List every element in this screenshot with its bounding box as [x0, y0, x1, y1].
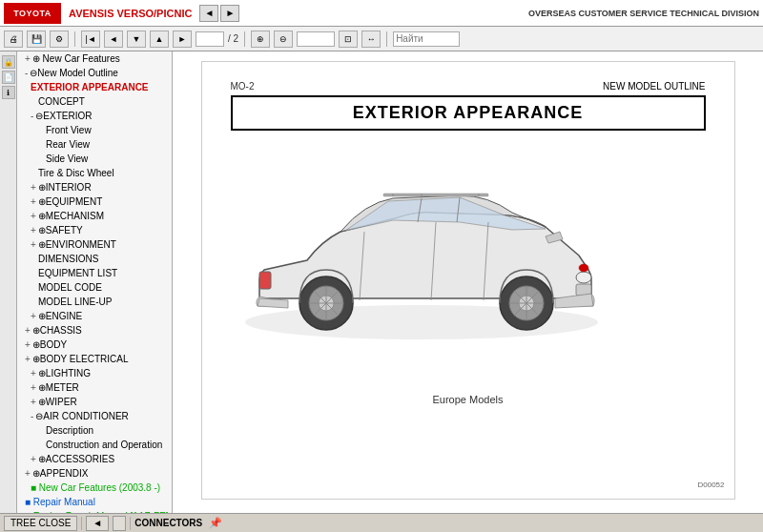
- doc-number: D00052: [697, 481, 724, 489]
- sidebar-item-body-electrical[interactable]: ⊕BODY ELECTRICAL: [17, 352, 172, 366]
- europe-models-label: Europe Models: [231, 394, 706, 405]
- sidebar-item-meter[interactable]: ⊕METER: [17, 380, 172, 395]
- sidebar: ⊕ New Car Features ⊖New Model Outline EX…: [17, 51, 173, 513]
- sidebar-item-construction[interactable]: Construction and Operation: [17, 438, 172, 452]
- search-input[interactable]: [393, 31, 460, 47]
- sidebar-item-model-code[interactable]: MODEL CODE: [17, 280, 172, 295]
- sidebar-item-engine-repair-1az[interactable]: ■ Engine Repair Manual [1AZ-FE]: [17, 509, 172, 513]
- sidebar-item-accessories[interactable]: ⊕ACCESSORIES: [17, 452, 172, 466]
- sidebar-item-tire[interactable]: Tire & Disc Wheel: [17, 166, 172, 180]
- svg-rect-5: [259, 272, 271, 289]
- next-page-button[interactable]: ►: [173, 31, 192, 48]
- back-button[interactable]: ◄: [86, 516, 109, 531]
- doc-section: NEW MODEL OUTLINE: [603, 81, 705, 92]
- sidebar-item-new-model-outline[interactable]: ⊖New Model Outline: [17, 66, 172, 80]
- sidebar-item-dimensions[interactable]: DIMENSIONS: [17, 252, 172, 266]
- sidebar-item-repair-manual[interactable]: ■ Repair Manual: [17, 495, 172, 509]
- svg-point-28: [579, 264, 588, 272]
- left-panel-icons: 🔒 📄 ℹ: [0, 51, 17, 513]
- sidebar-item-mechanism[interactable]: ⊕MECHANISM: [17, 209, 172, 223]
- back-icon: ◄: [93, 518, 102, 528]
- sidebar-item-environment[interactable]: ⊕ENVIRONMENT: [17, 237, 172, 252]
- car-illustration: [231, 146, 612, 384]
- bottom-bar: TREE CLOSE ◄ CONNECTORS 📌: [0, 513, 763, 532]
- reset-button[interactable]: [113, 516, 126, 531]
- zoom-in-button[interactable]: ⊕: [251, 31, 270, 48]
- zoom-out-button[interactable]: ⊖: [274, 31, 293, 48]
- sidebar-item-model-lineup[interactable]: MODEL LINE-UP: [17, 295, 172, 309]
- sidebar-item-front-view[interactable]: Front View: [17, 123, 172, 137]
- page-up-button[interactable]: ▲: [150, 31, 169, 48]
- print-button[interactable]: 🖨: [4, 31, 23, 48]
- content-area: MO-2 NEW MODEL OUTLINE EXTERIOR APPEARAN…: [173, 51, 763, 513]
- sidebar-item-description[interactable]: Description: [17, 423, 172, 438]
- info-icon[interactable]: ℹ: [2, 86, 15, 99]
- sidebar-item-new-car-features-2003[interactable]: ■ New Car Features (2003.8 -): [17, 481, 172, 495]
- options-button[interactable]: ⚙: [50, 31, 69, 48]
- first-page-button[interactable]: |◄: [81, 31, 100, 48]
- toolbar: 🖨 💾 ⚙ |◄ ◄ ▼ ▲ ► 1 / 2 ⊕ ⊖ 67,4% ⊡ ↔: [0, 27, 763, 51]
- sidebar-item-appendix[interactable]: ⊕APPENDIX: [17, 466, 172, 481]
- tree-close-button[interactable]: TREE CLOSE: [4, 516, 77, 531]
- sidebar-item-side-view[interactable]: Side View: [17, 152, 172, 166]
- sidebar-item-lighting[interactable]: ⊕LIGHTING: [17, 366, 172, 380]
- doc-title-box: EXTERIOR APPEARANCE: [231, 95, 706, 131]
- division-text: OVERSEAS CUSTOMER SERVICE TECHNICAL DIVI…: [528, 9, 759, 18]
- doc-title: EXTERIOR APPEARANCE: [353, 103, 583, 123]
- zoom-input[interactable]: 67,4%: [297, 31, 335, 47]
- page-number-input[interactable]: 1: [196, 31, 224, 47]
- nav-arrows: ◄ ►: [199, 5, 239, 22]
- main-area: 🔒 📄 ℹ ⊕ New Car Features ⊖New Model Outl…: [0, 51, 763, 513]
- svg-rect-24: [383, 194, 488, 196]
- sidebar-item-rear-view[interactable]: Rear View: [17, 137, 172, 152]
- logo-area: TOYOTA AVENSIS VERSO/PICNIC: [4, 3, 192, 24]
- sidebar-item-exterior[interactable]: ⊖EXTERIOR: [17, 109, 172, 123]
- sidebar-item-interior[interactable]: ⊕INTERIOR: [17, 180, 172, 194]
- nav-back-button[interactable]: ◄: [199, 5, 218, 22]
- doc-header-row: MO-2 NEW MODEL OUTLINE: [231, 81, 706, 92]
- sidebar-item-air-conditioner[interactable]: ⊖AIR CONDITIONER: [17, 409, 172, 423]
- sidebar-item-chassis[interactable]: ⊕CHASSIS: [17, 323, 172, 338]
- sidebar-item-equipment[interactable]: ⊕EQUIPMENT: [17, 194, 172, 209]
- document-page: MO-2 NEW MODEL OUTLINE EXTERIOR APPEARAN…: [201, 61, 735, 500]
- page-total: / 2: [228, 33, 238, 44]
- lock-icon[interactable]: 🔒: [2, 55, 15, 69]
- next-page-down-button[interactable]: ▼: [127, 31, 146, 48]
- model-title: AVENSIS VERSO/PICNIC: [69, 8, 192, 19]
- sidebar-item-wiper[interactable]: ⊕WIPER: [17, 395, 172, 409]
- sidebar-item-safety[interactable]: ⊕SAFETY: [17, 223, 172, 237]
- bookmark-icon[interactable]: 📄: [2, 71, 15, 84]
- header: TOYOTA AVENSIS VERSO/PICNIC ◄ ► OVERSEAS…: [0, 0, 763, 27]
- toyota-logo: TOYOTA: [4, 3, 61, 24]
- save-button[interactable]: 💾: [27, 31, 46, 48]
- sidebar-item-body[interactable]: ⊕BODY: [17, 338, 172, 352]
- prev-page-button[interactable]: ◄: [104, 31, 123, 48]
- fit-page-button[interactable]: ⊡: [339, 31, 358, 48]
- nav-forward-button[interactable]: ►: [220, 5, 239, 22]
- sidebar-item-new-car-features[interactable]: ⊕ New Car Features: [17, 51, 172, 66]
- doc-mo: MO-2: [231, 81, 255, 92]
- sidebar-item-equipment-list[interactable]: EQUIPMENT LIST: [17, 266, 172, 280]
- connectors-label: CONNECTORS: [134, 518, 202, 528]
- svg-point-3: [576, 272, 591, 283]
- tree-close-label: TREE CLOSE: [10, 518, 71, 528]
- sidebar-item-exterior-appearance[interactable]: EXTERIOR APPEARANCE: [17, 80, 172, 94]
- fit-width-button[interactable]: ↔: [361, 31, 381, 48]
- pin-icon[interactable]: 📌: [210, 517, 221, 530]
- sidebar-item-engine[interactable]: ⊕ENGINE: [17, 309, 172, 323]
- sidebar-item-concept[interactable]: CONCEPT: [17, 94, 172, 109]
